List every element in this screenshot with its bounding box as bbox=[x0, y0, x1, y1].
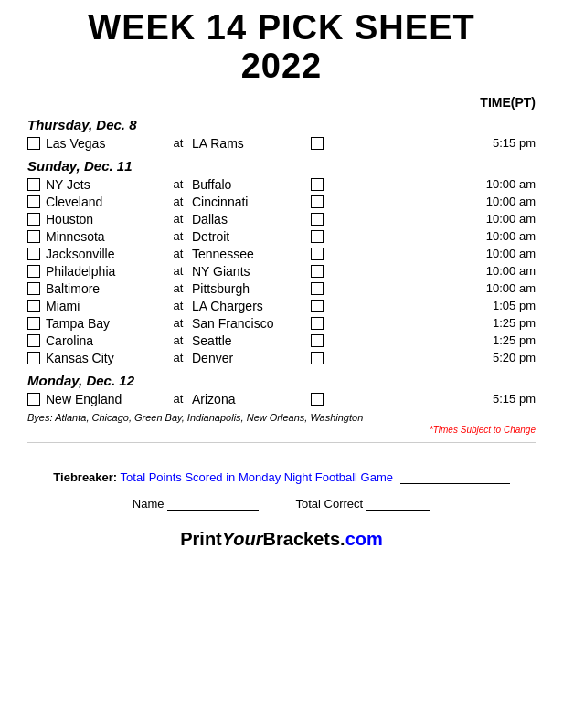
at-label: at bbox=[165, 392, 192, 406]
away-checkbox[interactable] bbox=[27, 213, 40, 226]
away-checkbox[interactable] bbox=[27, 352, 40, 364]
away-team: Kansas City bbox=[46, 351, 165, 365]
byes-text: Byes: Atlanta, Chicago, Green Bay, India… bbox=[27, 412, 536, 423]
at-label: at bbox=[165, 212, 192, 226]
game-row: Jacksonville at Tennessee 10:00 am bbox=[27, 247, 536, 261]
game-time: 1:05 pm bbox=[329, 299, 536, 312]
game-time: 1:25 pm bbox=[329, 316, 536, 330]
away-team: Jacksonville bbox=[46, 247, 165, 261]
tiebreaker-label: Tiebreaker: bbox=[53, 470, 117, 484]
at-label: at bbox=[165, 195, 192, 208]
away-team: Tampa Bay bbox=[46, 316, 165, 331]
game-row: Minnesota at Detroit 10:00 am bbox=[27, 229, 536, 244]
footer-brand: PrintYourBrackets.com bbox=[27, 529, 536, 550]
brand-com: com bbox=[345, 529, 383, 549]
tiebreaker-blank[interactable] bbox=[400, 483, 510, 484]
brand-your: Your bbox=[222, 529, 263, 549]
time-header-row: TIME(PT) bbox=[27, 95, 536, 110]
home-team: NY Giants bbox=[192, 264, 311, 279]
home-checkbox[interactable] bbox=[311, 195, 324, 208]
home-team: Dallas bbox=[192, 212, 311, 227]
game-time: 10:00 am bbox=[329, 195, 536, 208]
home-team: Tennessee bbox=[192, 247, 311, 261]
away-checkbox[interactable] bbox=[27, 300, 40, 312]
game-time: 5:15 pm bbox=[329, 392, 536, 406]
home-team: Detroit bbox=[192, 229, 311, 244]
name-field: Name bbox=[133, 497, 260, 511]
away-team: NY Jets bbox=[46, 177, 165, 192]
home-checkbox[interactable] bbox=[311, 352, 324, 364]
game-row: Miami at LA Chargers 1:05 pm bbox=[27, 299, 536, 313]
game-time: 5:15 pm bbox=[329, 136, 536, 150]
home-checkbox[interactable] bbox=[311, 230, 324, 243]
at-label: at bbox=[165, 229, 192, 243]
home-checkbox[interactable] bbox=[311, 300, 324, 312]
game-row: Kansas City at Denver 5:20 pm bbox=[27, 351, 536, 365]
away-team: Baltimore bbox=[46, 281, 165, 296]
at-label: at bbox=[165, 299, 192, 312]
game-row: Las Vegas at LA Rams 5:15 pm bbox=[27, 136, 536, 151]
correct-field: Total Correct bbox=[295, 497, 430, 511]
away-checkbox[interactable] bbox=[27, 137, 40, 150]
game-time: 10:00 am bbox=[329, 281, 536, 295]
brand-brackets: Brackets bbox=[263, 529, 341, 549]
home-checkbox[interactable] bbox=[311, 178, 324, 191]
home-team: Pittsburgh bbox=[192, 281, 311, 296]
game-row: Tampa Bay at San Francisco 1:25 pm bbox=[27, 316, 536, 331]
home-checkbox[interactable] bbox=[311, 137, 324, 150]
home-checkbox[interactable] bbox=[311, 393, 324, 406]
away-team: Carolina bbox=[46, 333, 165, 348]
game-row: Houston at Dallas 10:00 am bbox=[27, 212, 536, 227]
away-checkbox[interactable] bbox=[27, 334, 40, 347]
away-team: Las Vegas bbox=[46, 136, 165, 151]
game-row: Carolina at Seattle 1:25 pm bbox=[27, 333, 536, 348]
at-label: at bbox=[165, 136, 192, 150]
at-label: at bbox=[165, 351, 192, 364]
game-time: 1:25 pm bbox=[329, 333, 536, 347]
home-team: Arizona bbox=[192, 392, 311, 406]
away-checkbox[interactable] bbox=[27, 178, 40, 191]
home-checkbox[interactable] bbox=[311, 265, 324, 278]
game-row: Cleveland at Cincinnati 10:00 am bbox=[27, 195, 536, 209]
away-checkbox[interactable] bbox=[27, 265, 40, 278]
game-time: 10:00 am bbox=[329, 264, 536, 278]
at-label: at bbox=[165, 264, 192, 278]
section-header-thursday: Thursday, Dec. 8 bbox=[27, 117, 536, 132]
home-checkbox[interactable] bbox=[311, 317, 324, 330]
tiebreaker-section: Tiebreaker: Total Points Scored in Monda… bbox=[27, 470, 536, 511]
game-row: Philadelphia at NY Giants 10:00 am bbox=[27, 264, 536, 279]
sections-container: Thursday, Dec. 8 Las Vegas at LA Rams 5:… bbox=[27, 117, 536, 406]
away-team: New England bbox=[46, 392, 165, 406]
at-label: at bbox=[165, 333, 192, 347]
game-row: NY Jets at Buffalo 10:00 am bbox=[27, 177, 536, 192]
home-team: San Francisco bbox=[192, 316, 311, 331]
away-checkbox[interactable] bbox=[27, 230, 40, 243]
away-checkbox[interactable] bbox=[27, 317, 40, 330]
away-team: Philadelphia bbox=[46, 264, 165, 279]
at-label: at bbox=[165, 281, 192, 295]
home-checkbox[interactable] bbox=[311, 334, 324, 347]
away-checkbox[interactable] bbox=[27, 282, 40, 295]
away-team: Miami bbox=[46, 299, 165, 313]
name-correct-row: Name Total Correct bbox=[27, 497, 536, 511]
away-checkbox[interactable] bbox=[27, 393, 40, 406]
home-team: Cincinnati bbox=[192, 195, 311, 209]
times-note: *Times Subject to Change bbox=[27, 425, 536, 435]
game-row: Baltimore at Pittsburgh 10:00 am bbox=[27, 281, 536, 296]
home-checkbox[interactable] bbox=[311, 282, 324, 295]
home-checkbox[interactable] bbox=[311, 213, 324, 226]
correct-blank[interactable] bbox=[366, 498, 430, 511]
home-team: Buffalo bbox=[192, 177, 311, 192]
away-checkbox[interactable] bbox=[27, 248, 40, 260]
game-row: New England at Arizona 5:15 pm bbox=[27, 392, 536, 406]
home-team: Seattle bbox=[192, 333, 311, 348]
at-label: at bbox=[165, 177, 192, 191]
section-header-monday: Monday, Dec. 12 bbox=[27, 373, 536, 388]
at-label: at bbox=[165, 316, 192, 330]
name-blank[interactable] bbox=[167, 498, 259, 511]
away-checkbox[interactable] bbox=[27, 195, 40, 208]
home-team: LA Chargers bbox=[192, 299, 311, 313]
home-team: LA Rams bbox=[192, 136, 311, 151]
home-team: Denver bbox=[192, 351, 311, 365]
home-checkbox[interactable] bbox=[311, 248, 324, 260]
